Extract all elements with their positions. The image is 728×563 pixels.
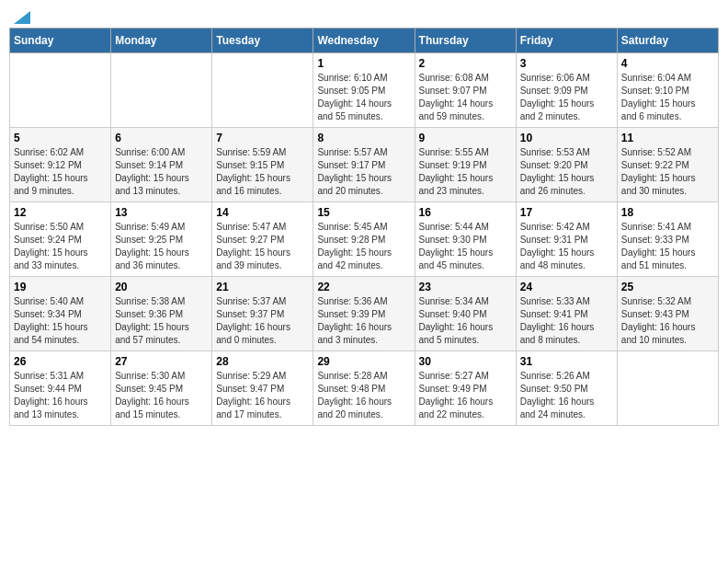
day-info: Sunrise: 5:41 AMSunset: 9:33 PMDaylight:… bbox=[621, 221, 714, 272]
day-info: Sunrise: 6:10 AMSunset: 9:05 PMDaylight:… bbox=[317, 72, 410, 123]
day-info: Sunrise: 5:26 AMSunset: 9:50 PMDaylight:… bbox=[520, 370, 613, 421]
day-number: 9 bbox=[419, 132, 512, 144]
weekday-header: Saturday bbox=[617, 29, 718, 53]
calendar-cell: 3Sunrise: 6:06 AMSunset: 9:09 PMDaylight… bbox=[516, 53, 617, 128]
day-info: Sunrise: 5:49 AMSunset: 9:25 PMDaylight:… bbox=[115, 221, 208, 272]
day-info: Sunrise: 5:34 AMSunset: 9:40 PMDaylight:… bbox=[419, 295, 512, 347]
calendar-cell: 17Sunrise: 5:42 AMSunset: 9:31 PMDayligh… bbox=[516, 202, 617, 277]
day-info: Sunrise: 6:00 AMSunset: 9:14 PMDaylight:… bbox=[115, 146, 208, 198]
calendar-cell: 23Sunrise: 5:34 AMSunset: 9:40 PMDayligh… bbox=[415, 277, 516, 351]
day-number: 20 bbox=[115, 281, 208, 293]
calendar-cell: 26Sunrise: 5:31 AMSunset: 9:44 PMDayligh… bbox=[10, 351, 111, 426]
day-info: Sunrise: 5:30 AMSunset: 9:45 PMDaylight:… bbox=[115, 370, 208, 421]
calendar-cell: 13Sunrise: 5:49 AMSunset: 9:25 PMDayligh… bbox=[111, 202, 212, 277]
day-info: Sunrise: 5:42 AMSunset: 9:31 PMDaylight:… bbox=[520, 221, 613, 272]
day-number: 6 bbox=[115, 132, 208, 144]
calendar-cell: 4Sunrise: 6:04 AMSunset: 9:10 PMDaylight… bbox=[617, 53, 718, 128]
calendar-cell: 2Sunrise: 6:08 AMSunset: 9:07 PMDaylight… bbox=[415, 53, 516, 128]
calendar-cell: 31Sunrise: 5:26 AMSunset: 9:50 PMDayligh… bbox=[516, 351, 617, 426]
day-number: 12 bbox=[14, 206, 107, 219]
day-number: 13 bbox=[115, 206, 208, 219]
day-info: Sunrise: 5:57 AMSunset: 9:17 PMDaylight:… bbox=[317, 146, 410, 198]
logo bbox=[13, 9, 30, 24]
day-info: Sunrise: 5:55 AMSunset: 9:19 PMDaylight:… bbox=[419, 146, 512, 198]
calendar-cell: 18Sunrise: 5:41 AMSunset: 9:33 PMDayligh… bbox=[617, 202, 718, 277]
svg-marker-0 bbox=[14, 11, 30, 24]
calendar-cell: 8Sunrise: 5:57 AMSunset: 9:17 PMDaylight… bbox=[313, 128, 415, 202]
day-info: Sunrise: 6:08 AMSunset: 9:07 PMDaylight:… bbox=[419, 72, 512, 123]
day-number: 24 bbox=[520, 281, 613, 293]
day-info: Sunrise: 5:53 AMSunset: 9:20 PMDaylight:… bbox=[520, 146, 613, 198]
calendar-cell: 5Sunrise: 6:02 AMSunset: 9:12 PMDaylight… bbox=[10, 128, 111, 202]
weekday-header: Wednesday bbox=[313, 29, 415, 53]
calendar-cell: 15Sunrise: 5:45 AMSunset: 9:28 PMDayligh… bbox=[313, 202, 415, 277]
day-number: 8 bbox=[317, 132, 410, 144]
day-info: Sunrise: 5:50 AMSunset: 9:24 PMDaylight:… bbox=[14, 221, 107, 272]
day-info: Sunrise: 5:45 AMSunset: 9:28 PMDaylight:… bbox=[317, 221, 410, 272]
day-number: 25 bbox=[621, 281, 714, 293]
day-number: 7 bbox=[216, 132, 309, 144]
calendar-cell bbox=[111, 53, 212, 128]
calendar-week-row: 12Sunrise: 5:50 AMSunset: 9:24 PMDayligh… bbox=[10, 202, 719, 277]
calendar-week-row: 1Sunrise: 6:10 AMSunset: 9:05 PMDaylight… bbox=[10, 53, 719, 128]
calendar-cell: 1Sunrise: 6:10 AMSunset: 9:05 PMDaylight… bbox=[313, 53, 415, 128]
calendar-cell: 21Sunrise: 5:37 AMSunset: 9:37 PMDayligh… bbox=[212, 277, 313, 351]
day-number: 2 bbox=[419, 57, 512, 70]
calendar-cell: 9Sunrise: 5:55 AMSunset: 9:19 PMDaylight… bbox=[415, 128, 516, 202]
day-info: Sunrise: 5:28 AMSunset: 9:48 PMDaylight:… bbox=[317, 370, 410, 421]
weekday-header: Friday bbox=[516, 29, 617, 53]
day-info: Sunrise: 6:06 AMSunset: 9:09 PMDaylight:… bbox=[520, 72, 613, 123]
calendar-week-row: 26Sunrise: 5:31 AMSunset: 9:44 PMDayligh… bbox=[10, 351, 719, 426]
calendar-header-row: SundayMondayTuesdayWednesdayThursdayFrid… bbox=[10, 29, 719, 53]
day-info: Sunrise: 5:31 AMSunset: 9:44 PMDaylight:… bbox=[14, 370, 107, 421]
day-info: Sunrise: 6:04 AMSunset: 9:10 PMDaylight:… bbox=[621, 72, 714, 123]
day-info: Sunrise: 5:44 AMSunset: 9:30 PMDaylight:… bbox=[419, 221, 512, 272]
day-info: Sunrise: 5:38 AMSunset: 9:36 PMDaylight:… bbox=[115, 295, 208, 347]
day-info: Sunrise: 5:47 AMSunset: 9:27 PMDaylight:… bbox=[216, 221, 309, 272]
day-info: Sunrise: 5:29 AMSunset: 9:47 PMDaylight:… bbox=[216, 370, 309, 421]
day-info: Sunrise: 5:52 AMSunset: 9:22 PMDaylight:… bbox=[621, 146, 714, 198]
day-info: Sunrise: 5:37 AMSunset: 9:37 PMDaylight:… bbox=[216, 295, 309, 347]
weekday-header: Sunday bbox=[10, 29, 111, 53]
calendar-cell: 16Sunrise: 5:44 AMSunset: 9:30 PMDayligh… bbox=[415, 202, 516, 277]
day-info: Sunrise: 5:36 AMSunset: 9:39 PMDaylight:… bbox=[317, 295, 410, 347]
day-number: 18 bbox=[621, 206, 714, 219]
calendar-cell: 14Sunrise: 5:47 AMSunset: 9:27 PMDayligh… bbox=[212, 202, 313, 277]
day-number: 11 bbox=[621, 132, 714, 144]
day-info: Sunrise: 5:40 AMSunset: 9:34 PMDaylight:… bbox=[14, 295, 107, 347]
calendar-cell: 29Sunrise: 5:28 AMSunset: 9:48 PMDayligh… bbox=[313, 351, 415, 426]
logo-icon bbox=[14, 7, 30, 24]
day-number: 5 bbox=[14, 132, 107, 144]
calendar-cell: 7Sunrise: 5:59 AMSunset: 9:15 PMDaylight… bbox=[212, 128, 313, 202]
calendar-cell: 22Sunrise: 5:36 AMSunset: 9:39 PMDayligh… bbox=[313, 277, 415, 351]
day-info: Sunrise: 5:33 AMSunset: 9:41 PMDaylight:… bbox=[520, 295, 613, 347]
calendar-cell: 10Sunrise: 5:53 AMSunset: 9:20 PMDayligh… bbox=[516, 128, 617, 202]
calendar-cell bbox=[10, 53, 111, 128]
calendar-cell: 11Sunrise: 5:52 AMSunset: 9:22 PMDayligh… bbox=[617, 128, 718, 202]
day-number: 10 bbox=[520, 132, 613, 144]
calendar-cell: 24Sunrise: 5:33 AMSunset: 9:41 PMDayligh… bbox=[516, 277, 617, 351]
day-number: 17 bbox=[520, 206, 613, 219]
calendar-cell: 12Sunrise: 5:50 AMSunset: 9:24 PMDayligh… bbox=[10, 202, 111, 277]
day-number: 26 bbox=[14, 355, 107, 368]
day-number: 3 bbox=[520, 57, 613, 70]
calendar-cell: 30Sunrise: 5:27 AMSunset: 9:49 PMDayligh… bbox=[415, 351, 516, 426]
day-info: Sunrise: 5:27 AMSunset: 9:49 PMDaylight:… bbox=[419, 370, 512, 421]
day-number: 19 bbox=[14, 281, 107, 293]
day-number: 22 bbox=[317, 281, 410, 293]
day-number: 27 bbox=[115, 355, 208, 368]
day-info: Sunrise: 5:32 AMSunset: 9:43 PMDaylight:… bbox=[621, 295, 714, 347]
weekday-header: Thursday bbox=[415, 29, 516, 53]
calendar-cell: 19Sunrise: 5:40 AMSunset: 9:34 PMDayligh… bbox=[10, 277, 111, 351]
page-header bbox=[9, 9, 719, 24]
calendar-week-row: 19Sunrise: 5:40 AMSunset: 9:34 PMDayligh… bbox=[10, 277, 719, 351]
calendar-week-row: 5Sunrise: 6:02 AMSunset: 9:12 PMDaylight… bbox=[10, 128, 719, 202]
weekday-header: Tuesday bbox=[212, 29, 313, 53]
day-number: 1 bbox=[317, 57, 410, 70]
day-info: Sunrise: 6:02 AMSunset: 9:12 PMDaylight:… bbox=[14, 146, 107, 198]
day-number: 31 bbox=[520, 355, 613, 368]
day-number: 4 bbox=[621, 57, 714, 70]
calendar-cell bbox=[617, 351, 718, 426]
day-number: 14 bbox=[216, 206, 309, 219]
day-number: 29 bbox=[317, 355, 410, 368]
